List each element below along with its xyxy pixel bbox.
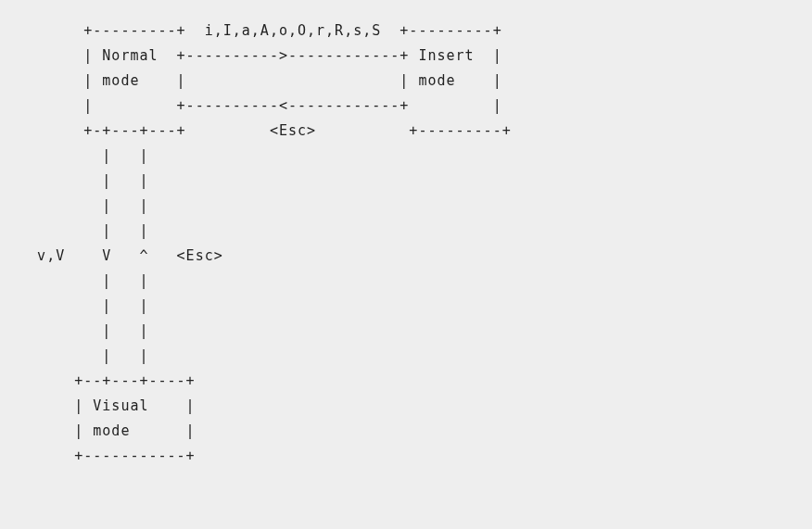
vim-modes-ascii-diagram: +---------+ i,I,a,A,o,O,r,R,s,S +-------… bbox=[0, 0, 812, 487]
